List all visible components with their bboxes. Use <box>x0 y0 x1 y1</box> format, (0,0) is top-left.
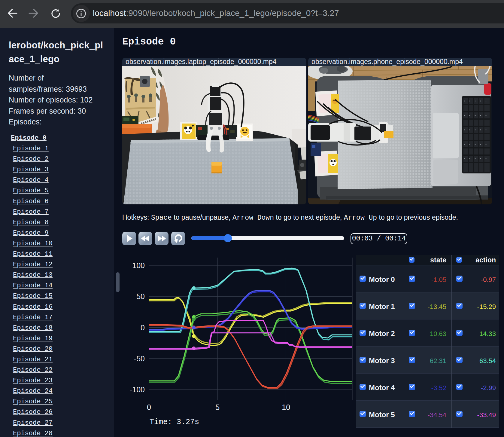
svg-text:-50: -50 <box>134 354 145 363</box>
svg-text:0: 0 <box>147 403 151 411</box>
svg-text:5: 5 <box>215 403 220 411</box>
svg-text:10: 10 <box>282 403 290 411</box>
svg-text:50: 50 <box>136 292 145 301</box>
svg-text:-100: -100 <box>130 385 145 394</box>
svg-text:100: 100 <box>132 261 145 270</box>
svg-text:0: 0 <box>141 323 145 332</box>
